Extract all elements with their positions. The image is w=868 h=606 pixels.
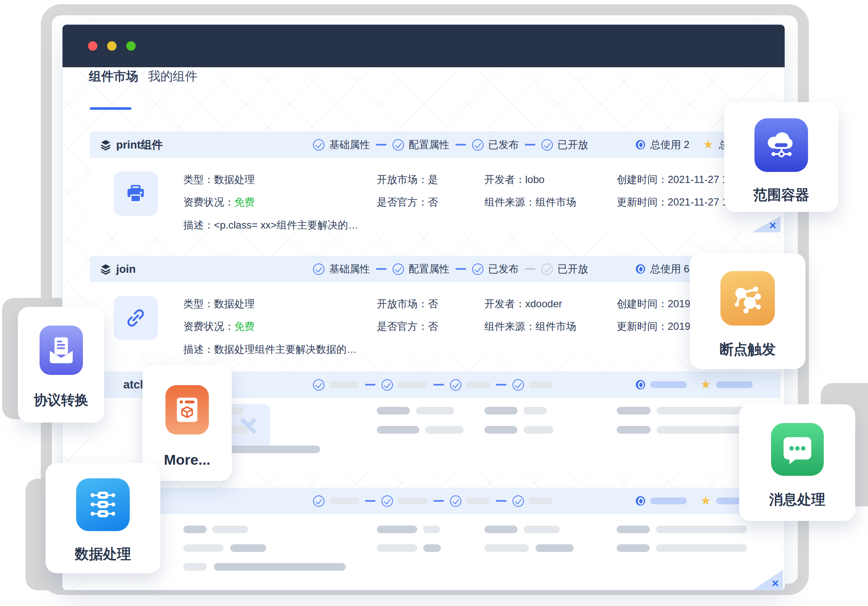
step-check-icon [450,495,461,507]
component-name: print组件 [116,137,163,152]
field-label: 开发者： [484,174,525,185]
placeholder-pill [466,381,490,388]
progress-steps: 基础属性 配置属性 已发布 已开放 [313,138,588,152]
field-label: 更新时间： [617,320,668,332]
placeholder-pill [650,497,687,504]
card-stats: ★ [636,379,753,391]
float-card-message-processing[interactable]: 消息处理 [739,404,855,521]
component-icon-tile [114,296,158,340]
field-label: 开放市场： [377,298,428,309]
float-card-protocol-conversion[interactable]: 协议转换 [18,307,104,423]
placeholder-pill [524,426,553,434]
close-icon: × [769,220,776,232]
placeholder-pill [423,544,441,552]
component-card-print[interactable]: print组件 基础属性 配置属性 已发布 已开放 总使用 2 ★ 总评 [90,131,780,232]
step-check-icon [512,379,524,391]
placeholder-pill [529,381,552,388]
placeholder-pill [484,407,518,414]
placeholder-pill [377,407,410,414]
field-label: 描述： [183,343,214,355]
placeholder-pill [377,426,419,434]
field-label: 类型： [183,298,214,309]
placeholder-pill [656,544,747,552]
step-label: 配置属性 [409,138,450,152]
star-icon: ★ [700,495,711,507]
molecule-icon [720,271,775,326]
placeholder-pill [377,544,417,552]
link-icon [124,306,147,329]
step-check-icon [472,139,484,151]
float-card-data-processing[interactable]: 数据处理 [46,463,160,573]
placeholder-pill [398,497,427,504]
float-card-label: More... [164,452,211,468]
close-icon: × [772,577,779,589]
field-label: 组件来源： [484,320,535,332]
field-label: 类型： [183,174,214,185]
minimize-traffic-light-icon[interactable] [107,41,117,51]
placeholder-pill [183,563,207,571]
step-connector [525,268,535,270]
browser-cube-icon [165,385,209,434]
field-label: 更新时间： [617,196,668,208]
progress-steps [313,379,552,391]
app-window: 组件市场 我的组件 print组件 基础属性 配置属性 已发布 已开放 [62,24,785,590]
placeholder-pill [377,526,417,533]
maximize-traffic-light-icon[interactable] [126,41,136,51]
field-value: 组件市场 [535,196,576,208]
component-name: join [116,263,136,276]
step-connector [365,384,376,386]
step-check-icon [541,139,553,151]
step-check-icon [313,139,324,151]
placeholder-pill [466,497,490,504]
card-stats: ★ [636,495,753,507]
field-label: 创建时间： [617,174,668,185]
step-connector [496,500,507,502]
step-check-icon [393,139,404,151]
float-card-label: 断点触发 [720,340,776,359]
usage-icon [636,496,645,506]
tab-component-market[interactable]: 组件市场 [89,68,138,85]
card-body: 类型：数据处理 资费状况：免费 描述：<p.class= xx>组件主要解决的…… [90,158,780,232]
float-card-breakpoint-trigger[interactable]: 断点触发 [690,253,805,369]
placeholder-pill [617,526,650,533]
component-card-join[interactable]: join 基础属性 配置属性 已发布 已开放 总使用 6 [90,256,780,354]
window-titlebar [63,25,785,67]
float-card-label: 消息处理 [769,490,825,509]
usage-count: 总使用 6 [650,262,689,276]
tab-label: 我的组件 [148,69,197,83]
card-body [90,514,780,590]
card-corner-close[interactable]: × [751,216,780,232]
float-card-range-container[interactable]: 范围容器 [724,102,838,212]
field-value: xdooder [525,298,562,309]
step-check-icon [381,495,393,507]
usage-count: 总使用 2 [650,138,689,152]
float-card-label: 范围容器 [753,186,809,205]
tab-label: 组件市场 [89,69,138,83]
component-card-skeleton[interactable]: ★ [90,488,780,590]
tab-my-components[interactable]: 我的组件 [148,68,197,85]
field-value: 是 [428,174,438,185]
placeholder-pill [183,544,224,552]
placeholder-pill [716,381,753,388]
step-connector [376,268,387,270]
card-stats: 总使用 2 ★ 总评 [636,138,739,152]
placeholder-pill [524,526,560,533]
card-body: 类型：数据处理 资费状况：免费 描述：数据处理组件主要解决数据的… 开放市场：否… [90,282,780,354]
placeholder-pill [329,497,359,504]
placeholder-pill [617,544,650,552]
step-label: 已发布 [488,138,519,152]
placeholder-pill [650,381,687,388]
placeholder-pill [656,526,747,533]
step-label: 已开放 [558,262,588,276]
step-check-icon [472,263,484,275]
field-value: 否 [428,298,438,309]
close-traffic-light-icon[interactable] [88,41,97,51]
float-card-more[interactable]: More... [142,365,232,481]
field-label: 资费状况： [183,196,234,208]
step-check-icon [541,263,553,275]
star-icon: ★ [700,379,711,391]
field-value: <p.class= xx>组件主要解决的… [214,219,358,231]
step-connector [496,384,507,386]
cloud-network-icon [754,118,808,172]
field-value: 数据处理 [214,298,255,309]
